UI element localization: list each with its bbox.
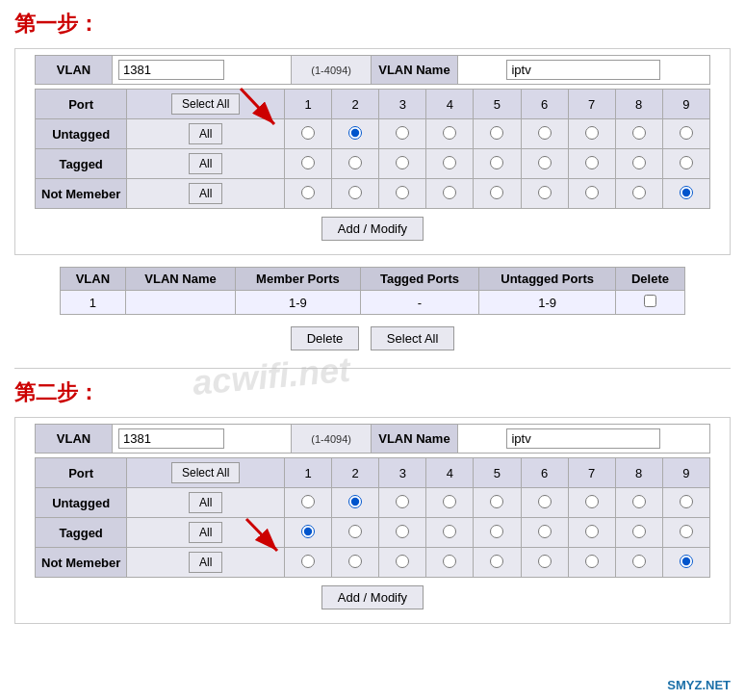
- step1-vlan-name-input[interactable]: [506, 60, 660, 80]
- step2-untagged-radio-9[interactable]: [680, 495, 693, 508]
- step2-tagged-radio-4[interactable]: [443, 525, 456, 538]
- step1-notmember-radio-4[interactable]: [443, 186, 456, 199]
- step2-port-9: 9: [662, 458, 709, 488]
- step1-title: 第一步：: [14, 10, 731, 39]
- step2-vlan-label: VLAN: [36, 425, 113, 454]
- step2-notmember-radio-8[interactable]: [632, 555, 646, 568]
- step2-untagged-radio-3[interactable]: [396, 495, 409, 508]
- step1-tagged-radio-3[interactable]: [396, 156, 409, 169]
- step1-untagged-radio-6[interactable]: [538, 126, 552, 140]
- step2-notmember-radio-7[interactable]: [585, 555, 599, 568]
- step2-tagged-radio-2[interactable]: [348, 525, 362, 538]
- step2-section: VLAN (1-4094) VLAN Name Port: [14, 417, 731, 624]
- step1-tagged-radio-8[interactable]: [632, 156, 646, 169]
- section-divider: [14, 368, 731, 369]
- list-select-all-btn[interactable]: Select All: [371, 326, 454, 350]
- step2-untagged-radio-4[interactable]: [443, 495, 456, 508]
- step2-notmember-radio-2[interactable]: [348, 555, 362, 568]
- step1-tagged-all-btn[interactable]: All: [189, 153, 222, 174]
- step1-notmember-radio-3[interactable]: [396, 186, 409, 199]
- step1-tagged-radio-4[interactable]: [443, 156, 456, 169]
- step2-vlan-table: VLAN (1-4094) VLAN Name: [35, 424, 710, 454]
- step2-vlan-name-input[interactable]: [506, 428, 660, 449]
- step1-add-modify-btn[interactable]: Add / Modify: [321, 217, 424, 241]
- list-delete-btn[interactable]: Delete: [291, 326, 360, 350]
- step2-untagged-radio-1[interactable]: [301, 495, 315, 508]
- step1-tagged-radio-9[interactable]: [680, 156, 693, 169]
- step1-tagged-radio-2[interactable]: [348, 156, 362, 169]
- step2-select-all-btn[interactable]: Select All: [171, 462, 240, 483]
- step2-tagged-radio-8[interactable]: [632, 525, 646, 538]
- step2-untagged-radio-5[interactable]: [490, 495, 503, 508]
- step1-untagged-radio-2[interactable]: [348, 126, 362, 140]
- step1-port-table: Port Select All: [35, 89, 710, 209]
- step1-select-all-btn[interactable]: Select All: [171, 93, 240, 115]
- step1-tagged-radio-6[interactable]: [538, 156, 552, 169]
- step2-notmember-radio-5[interactable]: [490, 555, 503, 568]
- step2-title: 第二步：: [14, 378, 731, 407]
- step1-notmember-radio-5[interactable]: [490, 186, 503, 199]
- step2-notmember-radio-4[interactable]: [443, 555, 456, 568]
- step1-untagged-radio-1[interactable]: [301, 126, 315, 140]
- step1-untagged-all-btn[interactable]: All: [189, 123, 222, 144]
- step2-port-5: 5: [474, 458, 521, 488]
- list-btn-row: Delete Select All: [14, 323, 731, 354]
- step2-untagged-all-btn[interactable]: All: [189, 492, 222, 513]
- step2-tagged-radio-3[interactable]: [396, 525, 409, 538]
- step1-tagged-label: Tagged: [36, 149, 127, 179]
- step1-port-4: 4: [426, 90, 474, 119]
- step2-notmember-all-btn[interactable]: All: [189, 552, 222, 573]
- step1-port-label: Port: [36, 90, 127, 119]
- step1-tagged-radio-7[interactable]: [585, 156, 599, 169]
- svg-line-3: [246, 519, 277, 551]
- step2-vlan-input[interactable]: [118, 428, 224, 449]
- step2-untagged-radio-7[interactable]: [585, 495, 599, 508]
- step1-vlan-label: VLAN: [36, 56, 113, 85]
- step1-notmember-all-btn[interactable]: All: [189, 183, 222, 204]
- step2-notmember-radio-6[interactable]: [538, 555, 552, 568]
- step1-port-3: 3: [379, 90, 426, 119]
- step1-notmember-radio-7[interactable]: [585, 186, 599, 199]
- step2-tagged-radio-5[interactable]: [490, 525, 503, 538]
- step2-tagged-radio-9[interactable]: [680, 525, 693, 538]
- step1-port-5: 5: [474, 90, 521, 119]
- step2-add-modify-btn[interactable]: Add / Modify: [321, 585, 424, 609]
- step1-tagged-radio-5[interactable]: [490, 156, 503, 169]
- step2-btn-row: Add / Modify: [35, 578, 710, 617]
- step2-untagged-radio-8[interactable]: [632, 495, 646, 508]
- step2-untagged-radio-2[interactable]: [348, 495, 362, 508]
- step2-notmember-radio-3[interactable]: [396, 555, 409, 568]
- step1-port-8: 8: [615, 90, 662, 119]
- step2-tagged-radio-1[interactable]: [301, 525, 315, 538]
- vlan-list-section: VLAN VLAN Name Member Ports Tagged Ports…: [14, 267, 731, 354]
- step2-notmember-radio-9[interactable]: [680, 555, 693, 568]
- step1-notmember-radio-9[interactable]: [680, 186, 693, 199]
- step1-untagged-radio-9[interactable]: [680, 126, 693, 140]
- step2-untagged-radio-6[interactable]: [538, 495, 552, 508]
- footer-text: SMYZ.NET: [667, 678, 731, 692]
- svg-line-1: [241, 89, 274, 124]
- step1-vlan-input[interactable]: [118, 60, 224, 80]
- step1-notmember-radio-6[interactable]: [538, 186, 552, 199]
- step1-notmember-radio-2[interactable]: [348, 186, 362, 199]
- step2-tagged-radio-6[interactable]: [538, 525, 552, 538]
- step2-untagged-label: Untagged: [36, 488, 127, 518]
- step2-tagged-all-btn[interactable]: All: [189, 522, 222, 543]
- list-header-tagged-ports: Tagged Ports: [360, 268, 479, 291]
- step1-port-1: 1: [285, 90, 332, 119]
- step2-port-7: 7: [568, 458, 615, 488]
- step1-notmember-radio-8[interactable]: [632, 186, 646, 199]
- step1-notmember-radio-1[interactable]: [301, 186, 315, 199]
- step2-tagged-radio-7[interactable]: [585, 525, 599, 538]
- step1-port-7: 7: [568, 90, 615, 119]
- list-row-1-delete-checkbox[interactable]: [644, 295, 656, 307]
- step1-untagged-radio-3[interactable]: [396, 126, 409, 140]
- step1-tagged-radio-1[interactable]: [301, 156, 315, 169]
- step2-notmember-radio-1[interactable]: [301, 555, 315, 568]
- list-row-1: 1 1-9 - 1-9: [61, 291, 685, 315]
- step1-untagged-radio-5[interactable]: [490, 126, 503, 140]
- step1-untagged-radio-7[interactable]: [585, 126, 599, 140]
- step1-untagged-radio-8[interactable]: [632, 126, 646, 140]
- list-row-1-untagged-ports: 1-9: [479, 291, 615, 315]
- step1-untagged-radio-4[interactable]: [443, 126, 456, 140]
